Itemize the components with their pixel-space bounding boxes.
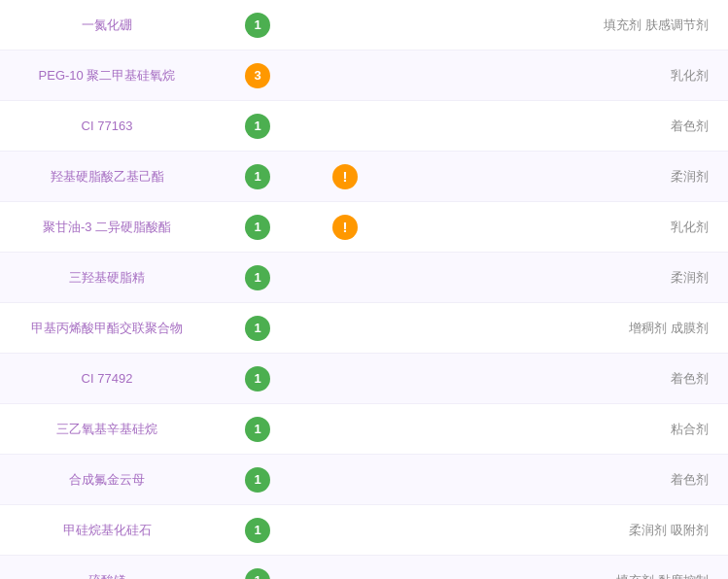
score-badge: 1 xyxy=(214,518,301,543)
ingredient-tags: 粘合剂 xyxy=(476,421,728,438)
ingredient-name: 三羟基硬脂精 xyxy=(0,269,214,287)
score-badge: 1 xyxy=(214,164,301,189)
ingredient-tags: 柔润剂 xyxy=(476,269,728,287)
ingredient-tags: 填充剂 黏度控制 xyxy=(476,572,728,580)
table-row[interactable]: 甲基丙烯酸甲酯交联聚合物1增稠剂 成膜剂 xyxy=(0,303,728,354)
ingredient-name: PEG-10 聚二甲基硅氧烷 xyxy=(0,67,214,85)
ingredient-name: 三乙氧基辛基硅烷 xyxy=(0,421,214,438)
ingredient-name: 硫酸镁 xyxy=(0,572,214,580)
score-badge: 1 xyxy=(214,316,301,341)
score-badge: 1 xyxy=(214,114,301,139)
ingredient-name: 甲基丙烯酸甲酯交联聚合物 xyxy=(0,320,214,337)
table-row[interactable]: 一氮化硼1填充剂 肤感调节剂 xyxy=(0,0,728,51)
ingredient-tags: 填充剂 肤感调节剂 xyxy=(476,17,728,34)
table-row[interactable]: 硫酸镁1填充剂 黏度控制 xyxy=(0,556,728,579)
ingredient-tags: 着色剂 xyxy=(476,471,728,489)
score-badge: 1 xyxy=(214,417,301,442)
table-row[interactable]: PEG-10 聚二甲基硅氧烷3乳化剂 xyxy=(0,51,728,101)
table-row[interactable]: 三乙氧基辛基硅烷1粘合剂 xyxy=(0,404,728,455)
ingredient-name: 一氮化硼 xyxy=(0,17,214,34)
ingredient-name: 合成氟金云母 xyxy=(0,471,214,489)
warn-icon-col: ! xyxy=(301,215,389,240)
ingredient-name: 聚甘油-3 二异硬脂酸酯 xyxy=(0,219,214,236)
score-badge: 3 xyxy=(214,63,301,88)
ingredient-tags: 增稠剂 成膜剂 xyxy=(476,320,728,337)
table-row[interactable]: 羟基硬脂酸乙基己酯1!柔润剂 xyxy=(0,152,728,202)
score-badge: 1 xyxy=(214,366,301,392)
warn-icon-col: ! xyxy=(301,164,389,189)
ingredient-tags: 着色剂 xyxy=(476,118,728,135)
ingredient-name: CI 77163 xyxy=(0,119,214,133)
table-row[interactable]: 三羟基硬脂精1柔润剂 xyxy=(0,253,728,303)
score-badge: 1 xyxy=(214,215,301,240)
ingredient-table: 一氮化硼1填充剂 肤感调节剂PEG-10 聚二甲基硅氧烷3乳化剂CI 77163… xyxy=(0,0,728,579)
ingredient-name: 甲硅烷基化硅石 xyxy=(0,522,214,539)
ingredient-tags: 乳化剂 xyxy=(476,219,728,236)
ingredient-name: 羟基硬脂酸乙基己酯 xyxy=(0,168,214,186)
score-badge: 1 xyxy=(214,568,301,580)
warning-icon: ! xyxy=(332,164,358,189)
warning-icon: ! xyxy=(332,215,358,240)
score-badge: 1 xyxy=(214,467,301,493)
ingredient-tags: 着色剂 xyxy=(476,370,728,388)
ingredient-tags: 柔润剂 吸附剂 xyxy=(476,522,728,539)
ingredient-name: CI 77492 xyxy=(0,371,214,386)
table-row[interactable]: CI 774921着色剂 xyxy=(0,354,728,404)
ingredient-tags: 乳化剂 xyxy=(476,67,728,85)
score-badge: 1 xyxy=(214,13,301,38)
table-row[interactable]: 甲硅烷基化硅石1柔润剂 吸附剂 xyxy=(0,505,728,556)
table-row[interactable]: 聚甘油-3 二异硬脂酸酯1!乳化剂 xyxy=(0,202,728,253)
score-badge: 1 xyxy=(214,265,301,290)
table-row[interactable]: CI 771631着色剂 xyxy=(0,101,728,152)
ingredient-tags: 柔润剂 xyxy=(476,168,728,186)
table-row[interactable]: 合成氟金云母1着色剂 xyxy=(0,455,728,505)
